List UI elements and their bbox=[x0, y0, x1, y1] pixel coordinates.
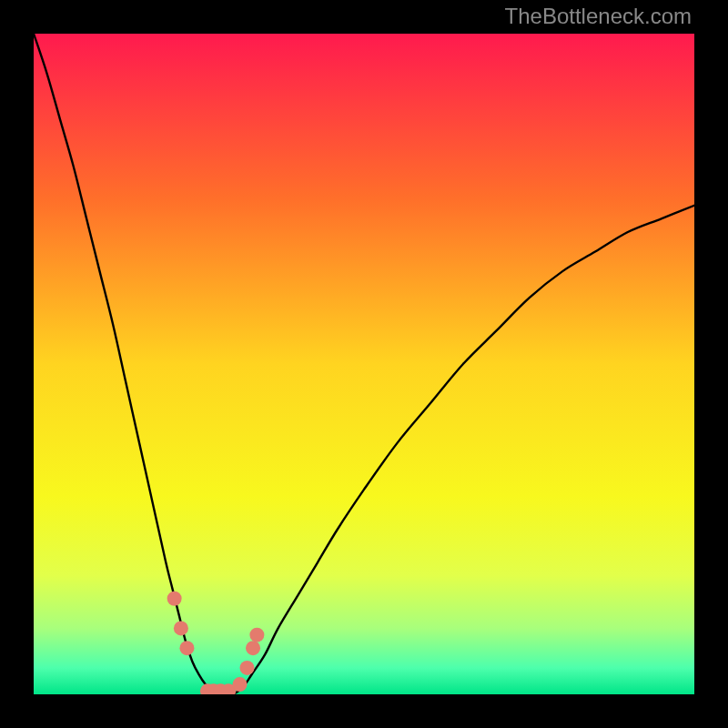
background-gradient bbox=[34, 34, 694, 694]
marker-point bbox=[233, 677, 248, 692]
marker-point bbox=[179, 641, 194, 655]
watermark-text: TheBottleneck.com bbox=[505, 4, 692, 29]
plot-svg bbox=[34, 34, 694, 694]
marker-point bbox=[239, 661, 254, 675]
marker-point bbox=[246, 641, 260, 655]
marker-point bbox=[174, 621, 188, 635]
marker-point bbox=[167, 592, 182, 606]
chart-frame: TheBottleneck.com bbox=[0, 0, 728, 728]
plot-area bbox=[34, 34, 694, 694]
marker-point bbox=[249, 628, 264, 642]
